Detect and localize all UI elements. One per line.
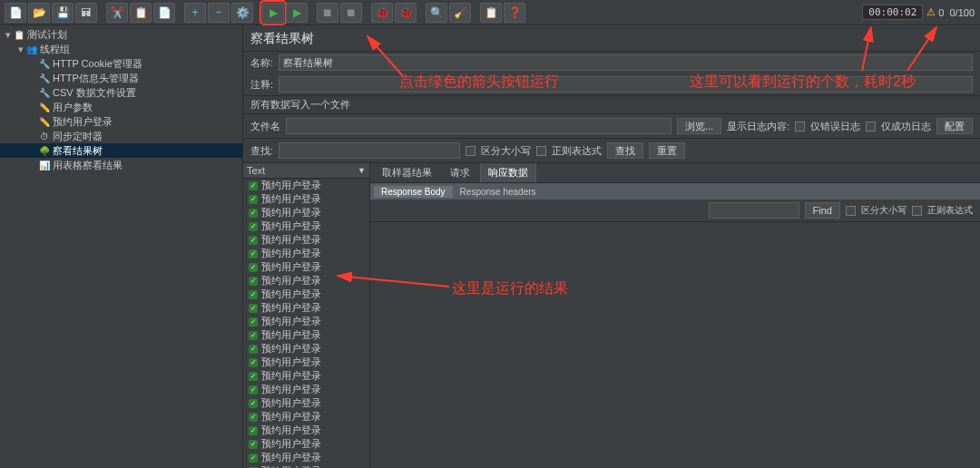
results-list-head: Text xyxy=(247,165,265,176)
stop-icon: ⏹ xyxy=(322,6,333,19)
result-item-label: 预约用户登录 xyxy=(261,274,321,288)
search-regex-checkbox[interactable] xyxy=(536,146,546,156)
response-case-checkbox[interactable] xyxy=(846,206,856,216)
plus-icon: ＋ xyxy=(190,5,201,20)
tree-item-label: 同步定时器 xyxy=(53,130,103,143)
success-only-checkbox[interactable] xyxy=(866,122,876,132)
toolbar-button-23[interactable]: 🧹 xyxy=(449,3,471,23)
result-item[interactable]: 预约用户登录 xyxy=(243,260,369,274)
result-item-label: 预约用户登录 xyxy=(261,464,321,468)
result-item[interactable]: 预约用户登录 xyxy=(243,396,369,410)
result-item[interactable]: 预约用户登录 xyxy=(243,315,369,328)
tree-node[interactable]: 🌳察看结果树 xyxy=(0,143,242,158)
tree-item-label: 线程组 xyxy=(40,43,70,56)
tree-node[interactable]: ⏱同步定时器 xyxy=(0,129,242,143)
tree-node[interactable]: 🔧HTTP Cookie管理器 xyxy=(0,56,242,71)
response-find-input[interactable] xyxy=(709,202,799,219)
tree-node[interactable]: 📊用表格察看结果 xyxy=(0,158,242,172)
success-icon xyxy=(249,181,258,190)
result-tab[interactable]: 请求 xyxy=(442,163,478,182)
toolbar-button-11[interactable]: ⚙️ xyxy=(231,3,253,23)
result-tab[interactable]: 响应数据 xyxy=(480,163,536,182)
error-only-checkbox[interactable] xyxy=(795,122,805,132)
tree-node[interactable]: 🔧CSV 数据文件设置 xyxy=(0,85,242,100)
result-item[interactable]: 预约用户登录 xyxy=(243,247,369,260)
toolbar-button-3[interactable]: 🖬 xyxy=(75,3,97,23)
toolbar-button-13[interactable]: ▶ xyxy=(262,3,284,23)
dropdown-icon[interactable]: ▼ xyxy=(358,166,366,175)
tree-item-label: 察看结果树 xyxy=(53,144,103,158)
tree-node[interactable]: 🔧HTTP信息头管理器 xyxy=(0,71,242,85)
tree-item-icon: 🌳 xyxy=(38,144,51,157)
browse-button[interactable]: 浏览... xyxy=(677,118,721,134)
tree-node[interactable]: ▾📋测试计划 xyxy=(0,27,242,42)
comment-input[interactable] xyxy=(279,76,973,93)
result-item-label: 预约用户登录 xyxy=(261,206,321,219)
toolbar-button-16[interactable]: ⏹ xyxy=(317,3,338,23)
toolbar-button-14[interactable]: ▶ xyxy=(286,3,308,23)
search-input[interactable] xyxy=(279,142,460,159)
status-timer: 00:00:02 xyxy=(862,5,923,20)
toolbar-button-6[interactable]: 📋 xyxy=(130,3,152,23)
config-button[interactable]: 配置 xyxy=(936,118,973,134)
tree-item-icon: 🔧 xyxy=(38,57,51,70)
result-item[interactable]: 预约用户登录 xyxy=(243,328,369,342)
toolbar-button-22[interactable]: 🔍 xyxy=(426,3,447,23)
response-subtab[interactable]: Response headers xyxy=(453,186,544,198)
tree-item-icon: ⏱ xyxy=(38,130,51,142)
toolbar-button-17[interactable]: ⏹ xyxy=(340,3,362,23)
response-regex-label: 正则表达式 xyxy=(927,204,973,217)
result-item[interactable]: 预约用户登录 xyxy=(243,451,369,464)
toolbar-button-9[interactable]: ＋ xyxy=(184,3,206,23)
success-icon xyxy=(249,290,258,299)
success-icon xyxy=(249,358,258,367)
name-input[interactable] xyxy=(279,54,973,71)
toolbar-button-26[interactable]: ❓ xyxy=(504,3,525,23)
result-item[interactable]: 预约用户登录 xyxy=(243,410,369,424)
result-item-label: 预约用户登录 xyxy=(261,260,321,274)
play-icon: ▶ xyxy=(293,6,301,19)
response-subtab[interactable]: Response Body xyxy=(374,186,453,198)
result-item[interactable]: 预约用户登录 xyxy=(243,356,369,369)
result-item-label: 预约用户登录 xyxy=(261,451,321,464)
result-item[interactable]: 预约用户登录 xyxy=(243,369,369,383)
toolbar-button-0[interactable]: 📄 xyxy=(5,3,26,23)
result-item[interactable]: 预约用户登录 xyxy=(243,288,369,301)
result-tab[interactable]: 取样器结果 xyxy=(374,163,440,182)
response-find-button[interactable]: Find xyxy=(805,202,840,219)
result-item[interactable]: 预约用户登录 xyxy=(243,301,369,315)
toolbar-button-2[interactable]: 💾 xyxy=(52,3,74,23)
result-item[interactable]: 预约用户登录 xyxy=(243,424,369,437)
tree-node[interactable]: ✏️预约用户登录 xyxy=(0,114,242,129)
result-item[interactable]: 预约用户登录 xyxy=(243,274,369,288)
result-item[interactable]: 预约用户登录 xyxy=(243,179,369,192)
result-item-label: 预约用户登录 xyxy=(261,247,321,260)
toolbar-button-5[interactable]: ✂️ xyxy=(106,3,128,23)
search-case-checkbox[interactable] xyxy=(466,146,475,156)
file-input[interactable] xyxy=(286,118,671,134)
toolbar-button-25[interactable]: 📋 xyxy=(480,3,502,23)
result-item[interactable]: 预约用户登录 xyxy=(243,383,369,396)
result-item[interactable]: 预约用户登录 xyxy=(243,192,369,206)
toolbar-button-1[interactable]: 📂 xyxy=(28,3,50,23)
toolbar-button-10[interactable]: － xyxy=(208,3,230,23)
result-item[interactable]: 预约用户登录 xyxy=(243,342,369,356)
result-item-label: 预约用户登录 xyxy=(261,219,321,233)
result-item[interactable]: 预约用户登录 xyxy=(243,233,369,247)
toolbar-button-19[interactable]: 🐞 xyxy=(371,3,393,23)
tree-node[interactable]: ▾👥线程组 xyxy=(0,42,242,56)
tree-node[interactable]: ✏️用户参数 xyxy=(0,100,242,114)
result-item-label: 预约用户登录 xyxy=(261,396,321,410)
result-item[interactable]: 预约用户登录 xyxy=(243,219,369,233)
response-regex-checkbox[interactable] xyxy=(912,206,922,216)
response-body xyxy=(370,222,980,468)
success-icon xyxy=(249,304,258,313)
toolbar-button-20[interactable]: 🐞 xyxy=(395,3,416,23)
search-label: 查找: xyxy=(250,144,273,158)
toolbar-button-7[interactable]: 📄 xyxy=(153,3,175,23)
result-item[interactable]: 预约用户登录 xyxy=(243,206,369,219)
result-item[interactable]: 预约用户登录 xyxy=(243,437,369,451)
search-button[interactable]: 查找 xyxy=(607,142,643,159)
result-item[interactable]: 预约用户登录 xyxy=(243,464,369,468)
reset-button[interactable]: 重置 xyxy=(649,142,685,159)
